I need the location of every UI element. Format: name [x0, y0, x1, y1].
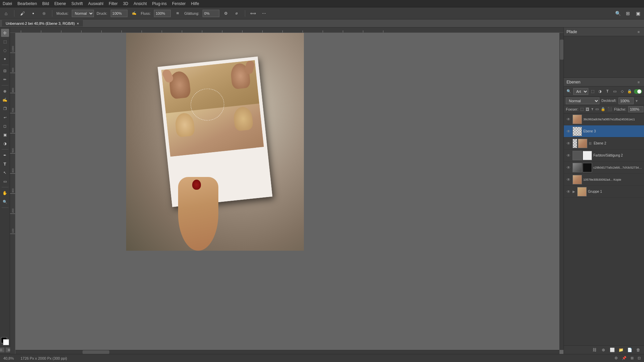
- druck-pen-icon[interactable]: ✍: [130, 9, 138, 17]
- foeser-text-icon[interactable]: T: [591, 106, 593, 112]
- status-icon-2[interactable]: 📌: [622, 356, 627, 360]
- ebenen-search-icon[interactable]: 🔍: [566, 88, 572, 95]
- extra-icon[interactable]: ⋯: [260, 9, 268, 17]
- layer-item[interactable]: 👁 ⛓ Ebene 2: [564, 137, 644, 149]
- tool-path-select[interactable]: ↖: [1, 169, 9, 177]
- flaeche-input[interactable]: [628, 106, 643, 112]
- layer-item[interactable]: 👁 c29b0d177a5c2eb5...7ch3c52734_Kopie...: [564, 162, 644, 174]
- tool-crop[interactable]: ⊡: [1, 67, 9, 75]
- delete-layer-icon[interactable]: 🗑: [635, 347, 641, 353]
- angle-icon[interactable]: ⌀: [233, 9, 241, 17]
- layer-item[interactable]: 👁 36c992adc9a7a0857e1d5a245361ec1: [564, 113, 644, 125]
- layer-visibility-toggle[interactable]: 👁: [566, 129, 571, 134]
- tool-brush[interactable]: ✍: [1, 96, 9, 104]
- tool-move[interactable]: ✛: [1, 29, 9, 37]
- background-color[interactable]: [3, 339, 9, 345]
- layer-style-icon[interactable]: ⊕: [600, 347, 606, 353]
- tool-marquee[interactable]: ⬚: [1, 38, 9, 46]
- tool-pen[interactable]: ✒: [1, 151, 9, 159]
- menu-hilfe[interactable]: Hilfe: [191, 1, 199, 6]
- ebenen-settings-icon[interactable]: ≡: [636, 79, 641, 85]
- screen-mode-normal[interactable]: ⊡: [0, 347, 5, 353]
- group-expand-arrow[interactable]: ▶: [573, 190, 575, 193]
- shape-filter-icon[interactable]: ▭: [612, 88, 618, 95]
- menu-plugins[interactable]: Plug-ins: [152, 1, 167, 6]
- druck-input[interactable]: [111, 10, 127, 17]
- layer-visibility-toggle[interactable]: 👁: [566, 189, 571, 194]
- pixel-filter-icon[interactable]: ⬚: [590, 88, 596, 95]
- layer-visibility-toggle[interactable]: 👁: [566, 153, 571, 158]
- search-icon[interactable]: 🔍: [614, 9, 622, 17]
- menu-3d[interactable]: 3D: [123, 1, 128, 6]
- foeser-sel-icon[interactable]: ⬚: [580, 106, 584, 112]
- tool-history-brush[interactable]: ↩: [1, 113, 9, 121]
- menu-datei[interactable]: Datei: [3, 1, 12, 6]
- home-icon[interactable]: ⌂: [2, 9, 10, 17]
- expand-icon[interactable]: ⊞: [624, 9, 632, 17]
- menu-fenster[interactable]: Fenster: [172, 1, 186, 6]
- menu-filter[interactable]: Filter: [109, 1, 118, 6]
- fluss-input[interactable]: [154, 10, 171, 17]
- blend-mode-select[interactable]: Normal: [566, 98, 599, 104]
- tool-dodge[interactable]: ◑: [1, 139, 9, 147]
- brush-preset-icon[interactable]: 🖌: [18, 9, 26, 17]
- menu-bearbeiten[interactable]: Bearbeiten: [17, 1, 37, 6]
- menu-auswahl[interactable]: Auswahl: [88, 1, 103, 6]
- smart-filter-icon[interactable]: ◇: [619, 88, 625, 95]
- foeser-lock-icon[interactable]: 🔒: [601, 106, 605, 112]
- adjustment-filter-icon[interactable]: ◑: [597, 88, 603, 95]
- brush-size-icon[interactable]: ●: [29, 9, 37, 17]
- status-icon-3[interactable]: ⊞: [631, 356, 634, 360]
- layer-visibility-toggle[interactable]: 👁: [566, 117, 571, 122]
- foeser-img-icon[interactable]: 🖼: [586, 106, 589, 112]
- horizontal-scrollbar[interactable]: [15, 350, 559, 354]
- layer-item[interactable]: 👁 10578e30b30092a4... Kopie: [564, 174, 644, 186]
- layer-visibility-toggle[interactable]: 👁: [566, 165, 571, 170]
- modus-select[interactable]: Normal: [72, 10, 94, 17]
- foeser-art-icon[interactable]: ▭: [595, 106, 599, 112]
- tab-close-button[interactable]: ×: [77, 21, 79, 25]
- tool-clone[interactable]: ❐: [1, 105, 9, 113]
- menu-schrift[interactable]: Schrift: [71, 1, 83, 6]
- ebenen-filter-select[interactable]: Art: [573, 88, 588, 95]
- symmetry-icon[interactable]: ⟺: [249, 9, 257, 17]
- canvas-area[interactable]: [15, 33, 564, 354]
- filter-toggle[interactable]: [634, 89, 642, 94]
- status-icon-1[interactable]: ⚙: [614, 356, 618, 360]
- lock-filter-icon[interactable]: 🔒: [627, 88, 633, 95]
- layer-mask-icon[interactable]: ⬜: [609, 347, 615, 353]
- tool-lasso[interactable]: ◌: [1, 46, 9, 54]
- link-layers-icon[interactable]: ⛓: [592, 347, 598, 353]
- layer-item[interactable]: 👁 ▶ Gruppe 1: [564, 186, 644, 198]
- status-icon-4[interactable]: ⊡: [638, 356, 641, 360]
- layer-item[interactable]: 👁 Ebene 3: [564, 125, 644, 137]
- vertical-scrollbar[interactable]: [559, 33, 564, 350]
- tool-eyedropper[interactable]: ✏: [1, 75, 9, 83]
- brush-hardness-icon[interactable]: ◎: [40, 9, 48, 17]
- tool-gradient[interactable]: ▣: [1, 131, 9, 139]
- tool-shape[interactable]: ▭: [1, 177, 9, 185]
- tool-eraser[interactable]: ◻: [1, 122, 9, 130]
- window-icon[interactable]: ▣: [634, 9, 642, 17]
- text-filter-icon[interactable]: T: [604, 88, 610, 95]
- pfade-settings-icon[interactable]: ≡: [636, 29, 641, 35]
- deckkraft-input[interactable]: [619, 98, 634, 104]
- tool-type[interactable]: T: [1, 160, 9, 168]
- glaettung-input[interactable]: [203, 10, 219, 17]
- tool-hand[interactable]: ✋: [1, 189, 9, 197]
- color-swatches[interactable]: [1, 337, 9, 345]
- document-tab[interactable]: Unbenannt-2 bei 40,8% (Ebene 3, RGB/8) ×: [2, 20, 83, 26]
- settings-icon[interactable]: ⚙: [222, 9, 230, 17]
- tool-heal[interactable]: ⊕: [1, 87, 9, 95]
- fluss-icon[interactable]: ≋: [173, 9, 181, 17]
- layer-item[interactable]: 👁 Farbton/Sättigung 2: [564, 149, 644, 162]
- new-group-icon[interactable]: 📁: [618, 347, 624, 353]
- tool-magic-wand[interactable]: ✦: [1, 55, 9, 63]
- new-layer-icon[interactable]: 📄: [627, 347, 633, 353]
- layer-visibility-toggle[interactable]: 👁: [566, 141, 571, 146]
- layer-visibility-toggle[interactable]: 👁: [566, 177, 571, 182]
- menu-bild[interactable]: Bild: [42, 1, 49, 6]
- tool-zoom[interactable]: 🔍: [1, 198, 9, 206]
- menu-ebene[interactable]: Ebene: [54, 1, 66, 6]
- menu-ansicht[interactable]: Ansicht: [133, 1, 147, 6]
